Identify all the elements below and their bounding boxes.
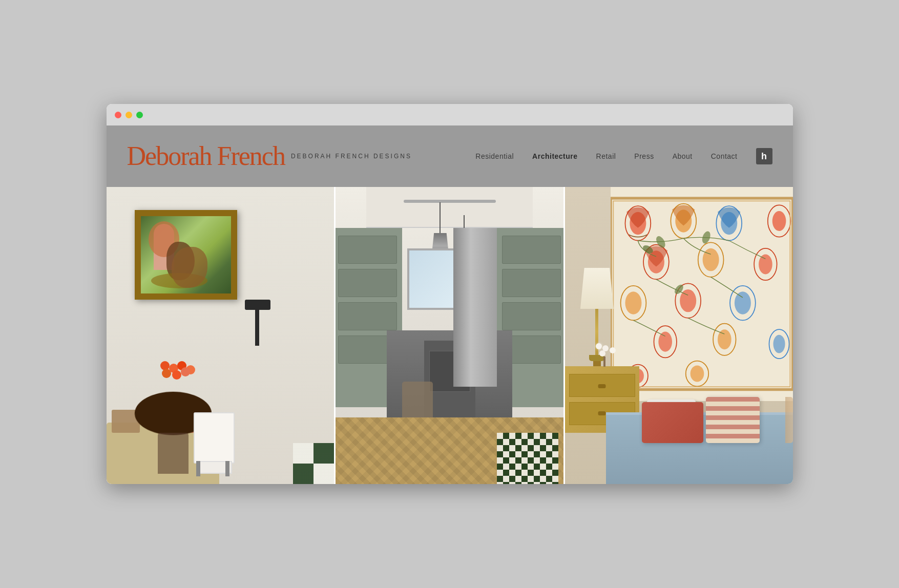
svg-point-16 [625, 291, 641, 314]
panel-dining [107, 187, 336, 484]
logo-script: Deborah French [127, 143, 285, 170]
image-grid [107, 187, 793, 484]
browser-window: Deborah French DEBORAH FRENCH DESIGNS Re… [107, 104, 793, 484]
panel-bedroom [565, 187, 793, 484]
nav-item-retail[interactable]: Retail [596, 152, 616, 160]
logo-area: Deborah French DEBORAH FRENCH DESIGNS [127, 143, 412, 170]
nav-item-architecture[interactable]: Architecture [532, 152, 577, 160]
svg-point-8 [772, 211, 786, 231]
svg-point-12 [702, 248, 719, 271]
site-header: Deborah French DEBORAH FRENCH DESIGNS Re… [107, 125, 793, 187]
houzz-icon[interactable]: h [756, 148, 772, 164]
dot-red[interactable] [115, 112, 121, 118]
nav-item-contact[interactable]: Contact [711, 152, 738, 160]
nav-item-about[interactable]: About [673, 152, 693, 160]
bed [606, 392, 793, 484]
svg-point-30 [690, 365, 704, 382]
browser-dots [115, 112, 143, 118]
terracotta-pillow [642, 402, 703, 443]
logo-text: DEBORAH FRENCH DESIGNS [291, 153, 412, 160]
dot-green[interactable] [136, 112, 143, 118]
painting-artwork [135, 210, 237, 300]
houzz-letter: h [761, 151, 767, 162]
nav-item-residential[interactable]: Residential [475, 152, 514, 160]
logo-name: DEBORAH FRENCH DESIGNS [291, 153, 412, 160]
svg-point-20 [735, 291, 751, 314]
dot-yellow[interactable] [126, 112, 132, 118]
nightstand-flowers [593, 343, 616, 369]
nav-item-press[interactable]: Press [634, 152, 654, 160]
svg-point-22 [658, 332, 672, 352]
nav-menu: Residential Architecture Retail Press Ab… [475, 148, 772, 164]
panel-kitchen [336, 187, 565, 484]
browser-chrome [107, 104, 793, 125]
striped-pillow [706, 397, 760, 443]
svg-point-14 [759, 254, 772, 274]
flower-blooms [158, 361, 199, 394]
svg-point-26 [773, 335, 785, 353]
